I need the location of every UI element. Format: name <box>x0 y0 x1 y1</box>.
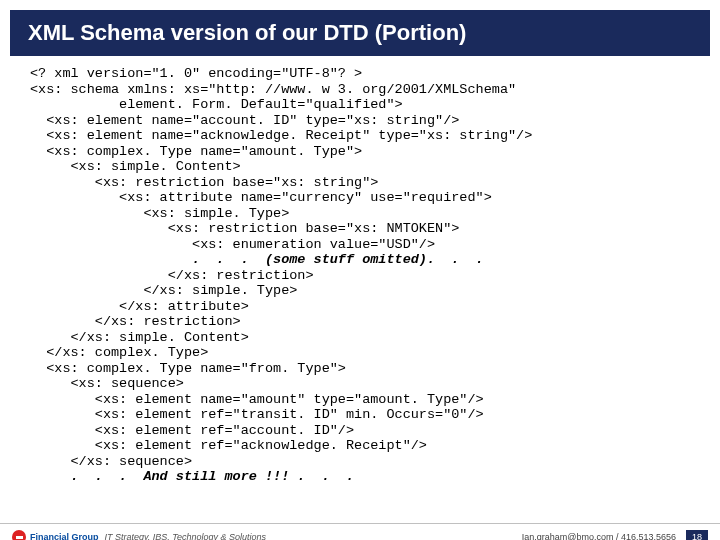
code-line: </xs: complex. Type> <box>30 345 208 360</box>
code-line: <xs: element name="account. ID" type="xs… <box>30 113 459 128</box>
code-line-omitted: . . . (some stuff omitted). . . <box>30 252 484 267</box>
code-line: </xs: sequence> <box>30 454 192 469</box>
code-line: <xs: simple. Content> <box>30 159 241 174</box>
slide-title: XML Schema version of our DTD (Portion) <box>10 10 710 56</box>
title-text: XML Schema version of our DTD (Portion) <box>28 20 466 45</box>
bmo-logo: Financial Group <box>12 530 99 540</box>
code-line: <xs: restriction base="xs: string"> <box>30 175 378 190</box>
logo-text: Financial Group <box>30 532 99 540</box>
code-line: </xs: attribute> <box>30 299 249 314</box>
code-line: </xs: restriction> <box>30 268 314 283</box>
code-line: <xs: element ref="account. ID"/> <box>30 423 354 438</box>
code-line: </xs: restriction> <box>30 314 241 329</box>
code-line: <xs: enumeration value="USD"/> <box>30 237 435 252</box>
code-line: <xs: element name="amount" type="amount.… <box>30 392 484 407</box>
code-line: <xs: sequence> <box>30 376 184 391</box>
code-line: <xs: complex. Type name="from. Type"> <box>30 361 346 376</box>
code-line: <xs: complex. Type name="amount. Type"> <box>30 144 362 159</box>
bmo-roundel-icon <box>12 530 26 540</box>
code-line: <xs: element ref="transit. ID" min. Occu… <box>30 407 484 422</box>
code-line: <xs: attribute name="currency" use="requ… <box>30 190 492 205</box>
code-line: <xs: restriction base="xs: NMTOKEN"> <box>30 221 459 236</box>
code-block: <? xml version="1. 0" encoding="UTF-8"? … <box>0 56 720 485</box>
code-line: element. Form. Default="qualified"> <box>30 97 403 112</box>
footer-contact: Ian.graham@bmo.com / 416.513.5656 <box>522 532 676 540</box>
code-line: <xs: simple. Type> <box>30 206 289 221</box>
code-line: <xs: element name="acknowledge. Receipt"… <box>30 128 532 143</box>
footer: Financial Group IT Strategy, IBS, Techno… <box>0 523 720 540</box>
page-number: 18 <box>686 530 708 540</box>
code-line: <? xml version="1. 0" encoding="UTF-8"? … <box>30 66 362 81</box>
code-line-more: . . . And still more !!! . . . <box>30 469 354 484</box>
code-line: </xs: simple. Type> <box>30 283 297 298</box>
code-line: <xs: element ref="acknowledge. Receipt"/… <box>30 438 427 453</box>
code-line: <xs: schema xmlns: xs="http: //www. w 3.… <box>30 82 516 97</box>
code-line: </xs: simple. Content> <box>30 330 249 345</box>
footer-dept: IT Strategy, IBS, Technology & Solutions <box>105 532 267 540</box>
